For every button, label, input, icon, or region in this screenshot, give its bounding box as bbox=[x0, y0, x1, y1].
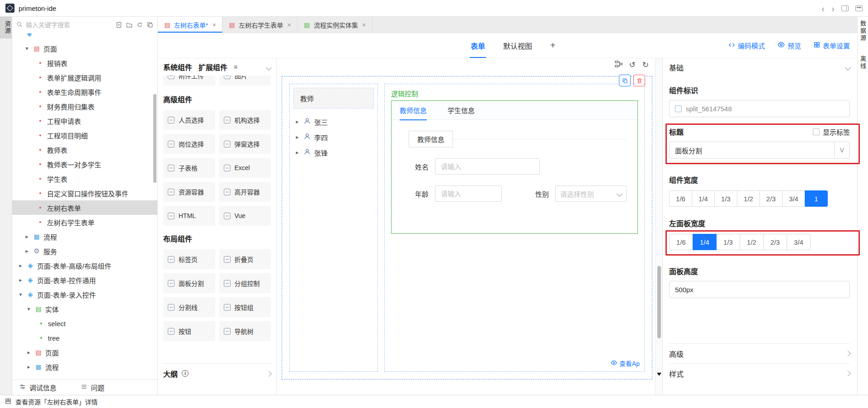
tree-item[interactable]: 实体 bbox=[12, 302, 157, 316]
palette-item[interactable]: 岗位选择 bbox=[163, 134, 215, 154]
tree-item[interactable]: tree bbox=[12, 331, 157, 345]
tree-item[interactable]: 自定义窗口操作按钮及事件 bbox=[12, 186, 157, 200]
preview-button[interactable]: 预览 bbox=[778, 41, 801, 50]
close-tab-icon[interactable] bbox=[287, 21, 291, 28]
problems-tab[interactable]: 问题 bbox=[81, 383, 104, 392]
tree-item[interactable]: 表单扩展逻辑调用 bbox=[12, 70, 157, 85]
palette-item[interactable]: 标签页 bbox=[163, 249, 215, 269]
teacher-panel-title[interactable]: 教师 bbox=[293, 88, 374, 109]
tree-item[interactable]: select bbox=[12, 316, 157, 331]
import-resource-icon[interactable] bbox=[116, 22, 122, 28]
section-style[interactable]: 样式 bbox=[669, 363, 850, 383]
collapse-arrow-icon[interactable] bbox=[294, 134, 300, 140]
collapse-arrow-icon[interactable] bbox=[24, 248, 30, 254]
age-input[interactable] bbox=[435, 185, 502, 202]
search-input[interactable] bbox=[26, 21, 113, 28]
palette-item[interactable]: 分割线 bbox=[163, 297, 215, 317]
collapse-arrow-icon[interactable] bbox=[18, 262, 24, 269]
add-view-button[interactable]: + bbox=[549, 33, 557, 58]
outline-section[interactable]: 大纲 bbox=[163, 363, 271, 383]
collapse-arrow-icon[interactable] bbox=[18, 277, 24, 283]
expand-arrow-icon[interactable] bbox=[24, 45, 30, 52]
tree-item[interactable]: 页面-表单-高级/布局组件 bbox=[12, 258, 157, 273]
tree-scrollbar[interactable] bbox=[153, 94, 156, 183]
debug-info-tab[interactable]: 调试信息 bbox=[19, 383, 57, 392]
palette-item[interactable]: 资源容器 bbox=[163, 182, 215, 202]
resource-rail-tab[interactable]: 资源 bbox=[0, 17, 12, 38]
history-back-icon[interactable]: ‹ bbox=[821, 4, 825, 13]
menu-icon[interactable] bbox=[234, 63, 237, 71]
palette-item[interactable]: 分组控制 bbox=[219, 273, 271, 293]
code-mode-button[interactable]: 编码模式 bbox=[728, 41, 765, 50]
teacher-tree-item[interactable]: 张锋 bbox=[293, 145, 374, 160]
palette-item[interactable]: 子表格 bbox=[163, 158, 215, 178]
refresh-icon[interactable] bbox=[137, 22, 143, 28]
tab-extension-components[interactable]: 扩展组件 bbox=[198, 62, 227, 72]
tree-item[interactable]: 工程项目明细 bbox=[12, 128, 157, 142]
tree-item-selected[interactable]: 左树右表单 bbox=[12, 200, 157, 215]
left-width-option[interactable]: 1/2 bbox=[740, 234, 764, 250]
palette-item[interactable]: HTML bbox=[163, 206, 215, 226]
tree-item[interactable]: 页面 bbox=[12, 41, 157, 56]
collapse-palette-icon[interactable] bbox=[267, 63, 271, 71]
scroll-down-icon[interactable] bbox=[657, 373, 661, 376]
file-tab[interactable]: 左树右学生表单 bbox=[222, 17, 297, 33]
width-option[interactable]: 2/3 bbox=[760, 190, 783, 207]
tree-item[interactable]: 流程 bbox=[12, 360, 157, 374]
palette-item[interactable]: 导航树 bbox=[219, 321, 271, 341]
logic-control-group[interactable]: 教师信息 学生信息 教师信息 姓名 bbox=[391, 100, 638, 234]
view-api-link[interactable]: 查看Ap bbox=[611, 359, 640, 368]
palette-item[interactable]: Vue bbox=[219, 206, 271, 226]
teacher-tree-item[interactable]: 张三 bbox=[293, 114, 374, 129]
palette-item[interactable]: 弹窗选择 bbox=[219, 134, 271, 154]
left-width-option[interactable]: 1/3 bbox=[716, 234, 740, 250]
left-width-option-selected[interactable]: 1/4 bbox=[693, 234, 717, 250]
layout-split-icon[interactable] bbox=[841, 5, 849, 11]
file-tab[interactable]: 左树右表单* bbox=[158, 17, 222, 33]
folder-icon[interactable] bbox=[126, 22, 132, 28]
tree-item[interactable]: 左树右学生表单 bbox=[12, 215, 157, 229]
tree-item[interactable]: 流程 bbox=[12, 229, 157, 244]
palette-item[interactable]: 高开容器 bbox=[219, 182, 271, 202]
panel-height-input[interactable]: 500px bbox=[669, 281, 850, 298]
palette-item[interactable]: 按钮组 bbox=[219, 297, 271, 317]
tree-item[interactable]: 表单生命周期事件 bbox=[12, 85, 157, 99]
width-option[interactable]: 1/3 bbox=[714, 190, 737, 207]
collapse-arrow-icon[interactable] bbox=[26, 349, 32, 356]
collapse-arrow-icon[interactable] bbox=[24, 233, 30, 240]
checkbox-icon[interactable] bbox=[813, 128, 820, 135]
section-basic[interactable]: 基础 bbox=[669, 58, 850, 76]
tree-item[interactable]: 页面-表单-录入控件 bbox=[12, 287, 157, 302]
logic-panel-region[interactable]: 逻辑控制 教师信息 学生信息 教师信息 bbox=[384, 84, 645, 372]
collapse-arrow-icon[interactable] bbox=[26, 364, 32, 370]
palette-item[interactable]: Excel bbox=[219, 158, 271, 178]
teacher-tree-item[interactable]: 李四 bbox=[293, 129, 374, 145]
left-width-option[interactable]: 2/3 bbox=[763, 234, 787, 250]
form-canvas[interactable]: ↺ ↻ 教师 bbox=[277, 58, 655, 395]
datasource-rail-tab[interactable]: 数据源 bbox=[859, 20, 867, 42]
tree-item[interactable]: 页面-表单-控件通用 bbox=[12, 273, 157, 287]
undo-icon[interactable]: ↺ bbox=[629, 61, 636, 69]
scrollbar-thumb[interactable] bbox=[657, 266, 661, 338]
tree-item[interactable]: 财务费用归集表 bbox=[12, 99, 157, 114]
teacher-tree-panel[interactable]: 教师 张三 李四 bbox=[289, 84, 378, 372]
save-layout-icon[interactable] bbox=[855, 5, 863, 11]
tab-form[interactable]: 表单 bbox=[470, 33, 486, 58]
collapse-arrow-icon[interactable] bbox=[294, 149, 300, 156]
tree-item[interactable]: 服务 bbox=[12, 244, 157, 258]
section-advanced[interactable]: 高级 bbox=[669, 343, 850, 363]
tree-item[interactable] bbox=[12, 33, 157, 41]
palette-item[interactable]: 图片 bbox=[219, 76, 271, 85]
tab-default-view[interactable]: 默认视图 bbox=[502, 33, 533, 58]
show-label-checkbox[interactable]: 显示标签 bbox=[813, 127, 850, 137]
component-id-input[interactable]: split_56147548 bbox=[669, 100, 850, 117]
palette-item[interactable]: 机构选择 bbox=[219, 110, 271, 130]
left-width-option[interactable]: 3/4 bbox=[787, 234, 811, 250]
name-input[interactable] bbox=[435, 158, 540, 175]
tree-item[interactable]: 教师表 bbox=[12, 142, 157, 157]
tree-item[interactable]: 学生表 bbox=[12, 171, 157, 186]
close-tab-icon[interactable] bbox=[212, 21, 216, 28]
collapse-all-icon[interactable] bbox=[147, 22, 153, 28]
expand-arrow-icon[interactable] bbox=[18, 291, 24, 298]
outline-structure-icon[interactable] bbox=[615, 61, 623, 69]
